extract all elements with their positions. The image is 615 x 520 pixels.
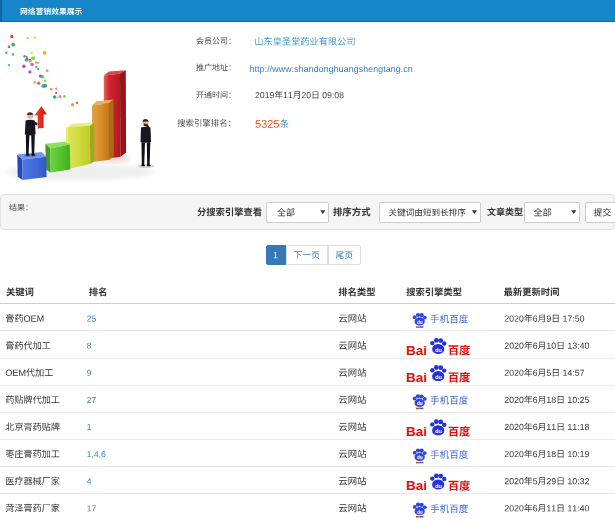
svg-text:du: du (417, 401, 423, 406)
svg-text:du: du (435, 483, 442, 489)
svg-text:du: du (435, 374, 442, 380)
svg-text:Bai: Bai (406, 370, 427, 385)
svg-text:Bai: Bai (406, 478, 427, 493)
svg-text:du: du (417, 320, 423, 325)
svg-text:Bai: Bai (406, 424, 427, 439)
svg-text:du: du (417, 510, 423, 515)
svg-text:Bai: Bai (406, 343, 427, 358)
svg-text:du: du (417, 455, 423, 460)
svg-text:du: du (435, 428, 442, 434)
svg-text:du: du (435, 347, 442, 353)
